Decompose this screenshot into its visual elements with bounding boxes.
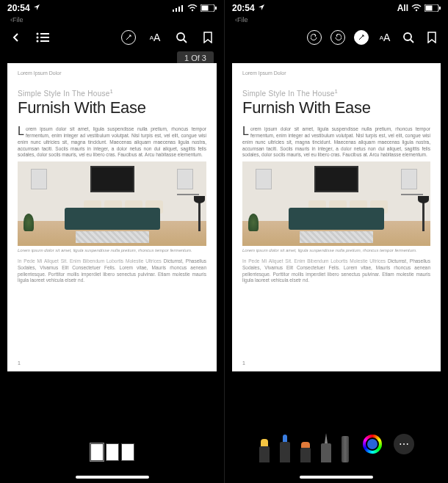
signal-icon [173,4,184,12]
doc-image [18,161,206,246]
svg-line-21 [411,40,413,43]
svg-rect-2 [178,7,180,12]
home-indicator[interactable] [76,476,149,479]
highlighter-tool[interactable] [259,439,270,462]
thumbnail-page-2[interactable] [106,443,119,461]
status-bar: 20:54 [0,0,224,16]
svg-rect-19 [439,7,441,10]
markup-tools-bar: ⋯ [225,413,448,483]
svg-line-15 [184,40,187,43]
doc-subtitle: Simple Style In The House1 [18,89,206,98]
back-button[interactable] [9,30,24,45]
document-page: Lorem Ipsum Dolor Simple Style In The Ho… [232,63,441,371]
document-viewport[interactable]: Lorem Ipsum Dolor Simple Style In The Ho… [225,48,448,413]
markup-toolbar: AA [225,26,448,48]
thumbnail-bar [0,413,224,483]
markup-mode-button-active[interactable] [354,30,369,45]
doc-paragraph-2: In Pede Mi Aliquet Sit. Enim Bibendum Lo… [242,258,430,284]
back-file-label[interactable]: ‹File [225,16,448,26]
location-icon [33,3,40,13]
page-header: Lorem Ipsum Dolor [242,70,430,76]
svg-rect-0 [173,10,174,12]
svg-rect-11 [40,37,49,38]
location-icon [258,3,265,13]
search-icon[interactable] [401,30,416,45]
svg-rect-9 [40,33,49,34]
wifi-icon [187,4,198,12]
doc-subtitle: Simple Style In The House1 [242,89,430,98]
svg-rect-13 [40,40,49,42]
doc-image [242,161,430,246]
wifi-icon [411,4,422,12]
status-time: 20:54 [7,3,30,13]
doc-paragraph-1: Lorem ipsum dolor sit amet, ligula suspe… [18,126,206,159]
doc-paragraph-2: In Pede Mi Aliquet Sit. Enim Bibendum Lo… [18,258,206,284]
svg-point-10 [37,37,39,39]
markup-view-pane: 20:54 All ‹File [224,0,448,483]
pencil-tool[interactable] [320,433,332,462]
network-label: All [397,3,408,13]
pen-tool[interactable] [279,435,291,462]
doc-paragraph-1: Lorem ipsum dolor sit amet, ligula suspe… [242,126,430,159]
reader-toolbar: AA [0,26,224,48]
svg-point-8 [37,33,39,35]
svg-point-14 [177,33,184,40]
list-icon[interactable] [35,30,50,45]
bookmark-icon[interactable] [200,30,215,45]
document-page: Lorem Ipsum Dolor Simple Style In The Ho… [7,63,217,371]
thumbnail-page-1[interactable] [90,443,104,461]
doc-caption: Lorem ipsum dolor sit amet, ligula suspe… [18,248,206,253]
color-picker-button[interactable] [363,435,382,454]
svg-point-4 [192,10,193,11]
page-number: 1 [242,360,245,366]
svg-point-16 [416,10,417,11]
svg-rect-7 [215,7,217,10]
svg-rect-6 [202,6,209,11]
svg-point-20 [404,33,411,40]
doc-title: Furnish With Ease [242,98,430,117]
font-size-button[interactable]: AA [377,30,392,45]
page-thumbnails[interactable] [90,443,134,461]
doc-caption: Lorem ipsum dolor sit amet, ligula suspe… [242,248,430,253]
redo-button[interactable] [330,30,345,45]
battery-icon [424,4,441,12]
svg-rect-18 [426,6,433,11]
back-file-label[interactable]: ‹File [0,16,224,26]
doc-title: Furnish With Ease [18,98,206,117]
search-icon[interactable] [174,30,189,45]
tools-row: ⋯ [259,426,414,462]
home-indicator[interactable] [300,476,373,479]
svg-rect-3 [181,5,183,12]
page-header: Lorem Ipsum Dolor [18,70,206,76]
font-size-button[interactable]: AA [148,30,162,45]
page-number: 1 [18,360,21,366]
undo-button[interactable] [307,30,322,45]
thumbnail-page-3[interactable] [121,443,134,461]
battery-icon [200,4,217,12]
document-viewport[interactable]: 1 Of 3 Lorem Ipsum Dolor Simple Style In… [0,48,224,413]
svg-point-12 [37,40,39,43]
ruler-tool[interactable] [341,436,350,462]
reader-view-pane: 20:54 ‹File [0,0,224,483]
bookmark-icon[interactable] [424,30,439,45]
status-time: 20:54 [232,3,255,13]
svg-rect-1 [176,8,177,12]
status-bar: 20:54 All [225,0,448,16]
markup-mode-button[interactable] [121,30,136,45]
marker-tool[interactable] [300,442,311,462]
more-tools-button[interactable]: ⋯ [394,434,414,454]
